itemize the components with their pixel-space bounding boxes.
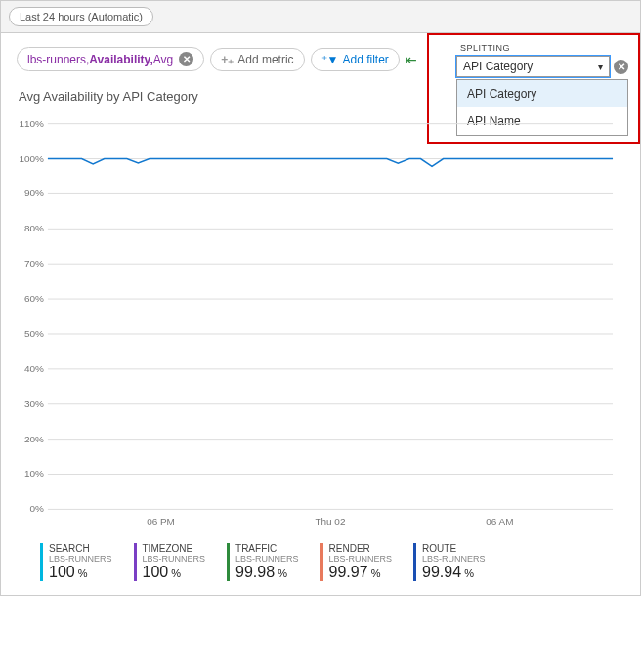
legend-series-name: RENDER <box>329 543 393 554</box>
splitting-value: API Category <box>463 60 533 73</box>
legend-series-sub: LBS-RUNNERS <box>329 554 393 564</box>
legend-series-sub: LBS-RUNNERS <box>235 554 299 564</box>
legend-color-bar <box>227 543 230 581</box>
svg-text:30%: 30% <box>24 399 44 409</box>
svg-text:Thu 02: Thu 02 <box>315 516 345 526</box>
metric-chip[interactable]: lbs-runners, Availability, Avg ✕ <box>17 47 204 71</box>
svg-text:0%: 0% <box>30 503 45 514</box>
filter-icon: ⁺▼ <box>321 53 339 66</box>
chevron-down-icon: ▾ <box>598 62 603 72</box>
legend-color-bar <box>40 543 43 581</box>
legend-series-value: 99.98 % <box>235 564 299 581</box>
svg-text:110%: 110% <box>19 118 44 129</box>
add-filter-button[interactable]: ⁺▼ Add filter <box>311 48 400 71</box>
legend-item[interactable]: TIMEZONELBS-RUNNERS100 % <box>134 543 206 581</box>
legend-series-sub: LBS-RUNNERS <box>49 554 112 564</box>
metric-agg: Avg <box>153 53 173 66</box>
metric-name: Availability, <box>89 53 152 66</box>
legend-text: RENDERLBS-RUNNERS99.97 % <box>329 543 393 581</box>
legend-series-value: 99.97 % <box>329 564 393 581</box>
collapse-icon[interactable]: ⇤ <box>406 52 417 67</box>
legend-series-sub: LBS-RUNNERS <box>422 554 486 564</box>
svg-text:10%: 10% <box>24 469 44 480</box>
legend-item[interactable]: SEARCHLBS-RUNNERS100 % <box>40 543 112 581</box>
legend-series-name: ROUTE <box>422 543 486 554</box>
svg-text:20%: 20% <box>24 434 44 444</box>
line-chart: 0%10%20%30%40%50%60%70%80%90%100%110%06 … <box>19 113 622 539</box>
svg-text:06 PM: 06 PM <box>147 516 175 526</box>
legend-item[interactable]: TRAFFICLBS-RUNNERS99.98 % <box>227 543 299 581</box>
legend-row: SEARCHLBS-RUNNERS100 %TIMEZONELBS-RUNNER… <box>1 539 640 595</box>
dropdown-option[interactable]: API Category <box>457 80 627 107</box>
legend-color-bar <box>320 543 323 581</box>
metrics-toolbar: lbs-runners, Availability, Avg ✕ +₊ Add … <box>1 33 640 79</box>
splitting-label: SPLITTING <box>460 43 628 53</box>
svg-text:100%: 100% <box>19 153 44 164</box>
legend-series-sub: LBS-RUNNERS <box>143 554 206 564</box>
add-metric-button[interactable]: +₊ Add metric <box>210 48 304 71</box>
svg-text:90%: 90% <box>24 188 44 198</box>
legend-series-name: TRAFFIC <box>235 543 299 554</box>
legend-text: ROUTELBS-RUNNERS99.94 % <box>422 543 486 581</box>
splitting-select[interactable]: API Category ▾ <box>456 56 610 77</box>
svg-text:50%: 50% <box>24 328 44 339</box>
legend-series-name: TIMEZONE <box>143 543 206 554</box>
add-filter-label: Add filter <box>342 53 388 66</box>
svg-text:06 AM: 06 AM <box>486 516 513 526</box>
legend-text: TIMEZONELBS-RUNNERS100 % <box>143 543 206 581</box>
legend-item[interactable]: ROUTELBS-RUNNERS99.94 % <box>413 543 486 581</box>
legend-color-bar <box>134 543 137 581</box>
plus-icon: +₊ <box>221 53 234 66</box>
svg-text:40%: 40% <box>24 363 44 374</box>
chart-area: 0%10%20%30%40%50%60%70%80%90%100%110%06 … <box>1 107 640 539</box>
legend-series-value: 100 % <box>143 564 206 581</box>
legend-color-bar <box>413 543 416 581</box>
time-range-pill[interactable]: Last 24 hours (Automatic) <box>9 7 153 26</box>
metric-resource: lbs-runners, <box>27 53 89 66</box>
clear-splitting-icon[interactable]: ✕ <box>614 60 628 74</box>
legend-series-name: SEARCH <box>49 543 112 554</box>
svg-text:70%: 70% <box>24 258 44 269</box>
svg-text:80%: 80% <box>24 223 44 233</box>
legend-series-value: 99.94 % <box>422 564 486 581</box>
close-icon[interactable]: ✕ <box>179 52 193 66</box>
time-range-bar: Last 24 hours (Automatic) <box>1 1 640 33</box>
add-metric-label: Add metric <box>237 53 293 66</box>
legend-text: SEARCHLBS-RUNNERS100 % <box>49 543 112 581</box>
svg-text:60%: 60% <box>24 293 44 304</box>
legend-item[interactable]: RENDERLBS-RUNNERS99.97 % <box>320 543 393 581</box>
legend-text: TRAFFICLBS-RUNNERS99.98 % <box>235 543 299 581</box>
legend-series-value: 100 % <box>49 564 112 581</box>
